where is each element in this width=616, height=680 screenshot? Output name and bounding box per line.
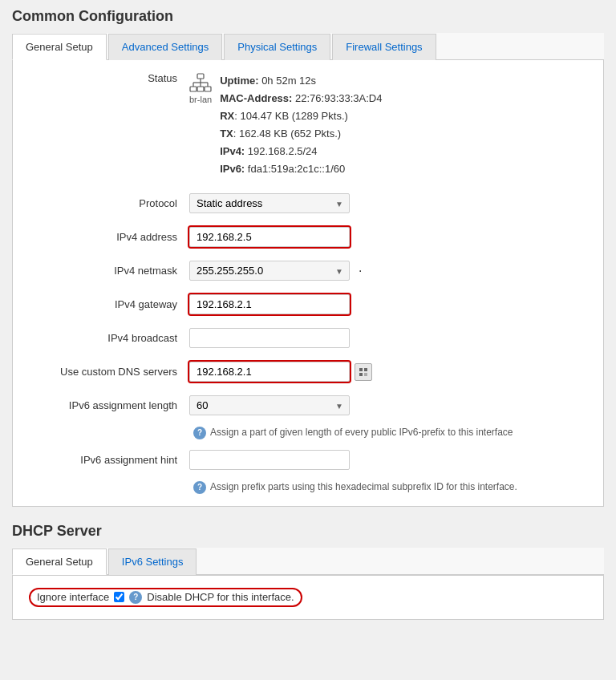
ipv4-netmask-label: IPv4 netmask <box>29 265 189 277</box>
dhcp-help-icon[interactable]: ? <box>129 591 142 604</box>
svg-rect-11 <box>359 373 363 376</box>
disable-dhcp-label: Disable DHCP for this interface. <box>147 591 294 603</box>
dns-label: Use custom DNS servers <box>29 366 189 378</box>
protocol-control: Static address ▼ <box>189 193 587 213</box>
status-row: Status br-lan Uptime: 0h 5 <box>29 72 587 179</box>
dhcp-tab-bar: General Setup IPv6 Settings <box>12 548 604 575</box>
ipv4-gateway-control <box>189 294 587 314</box>
protocol-select[interactable]: Static address <box>189 193 350 213</box>
ipv6-length-row: IPv6 assignment length 60 ▼ <box>29 393 587 419</box>
tab-advanced-settings[interactable]: Advanced Settings <box>108 34 222 60</box>
dot-marker: · <box>359 264 362 278</box>
ignore-interface-label: Ignore interface <box>37 591 109 603</box>
svg-rect-0 <box>197 74 204 79</box>
ipv4-netmask-select-wrap: 255.255.255.0 ▼ <box>189 261 350 281</box>
ipv4-netmask-control: 255.255.255.0 ▼ · <box>189 261 587 281</box>
ipv6-length-help-row: ? Assign a part of given length of every… <box>29 427 587 439</box>
tab-physical-settings[interactable]: Physical Settings <box>224 34 330 60</box>
status-icon-wrap: br-lan <box>189 72 212 104</box>
ipv4-address-control <box>189 227 587 247</box>
ipv6-length-help-icon[interactable]: ? <box>193 427 206 439</box>
main-tab-bar: General Setup Advanced Settings Physical… <box>12 33 604 60</box>
svg-rect-1 <box>190 87 197 91</box>
dns-control <box>189 362 587 382</box>
status-mac: MAC-Address: 22:76:93:33:3A:D4 <box>220 90 382 107</box>
tab-general-setup[interactable]: General Setup <box>12 34 107 60</box>
ipv4-netmask-select[interactable]: 255.255.255.0 <box>189 261 350 281</box>
ipv6-hint-control <box>189 450 587 470</box>
ipv6-hint-help-row: ? Assign prefix parts using this hexadec… <box>29 481 587 494</box>
ipv6-hint-input[interactable] <box>189 450 350 470</box>
ipv4-broadcast-row: IPv4 broadcast <box>29 326 587 351</box>
status-ipv6: IPv6: fda1:519a:2c1c::1/60 <box>220 160 382 178</box>
status-label: Status <box>29 72 189 84</box>
protocol-row: Protocol Static address ▼ <box>29 191 587 217</box>
page-title: Common Configuration <box>12 8 604 25</box>
dns-add-icon <box>358 366 369 378</box>
tab-firewall-settings[interactable]: Firewall Settings <box>332 34 436 60</box>
ipv4-address-input[interactable] <box>189 227 350 247</box>
ipv6-hint-label: IPv6 assignment hint <box>29 454 189 466</box>
ipv6-length-select-wrap: 60 ▼ <box>189 395 350 415</box>
ipv4-gateway-label: IPv4 gateway <box>29 298 189 310</box>
status-uptime: Uptime: 0h 52m 12s <box>220 72 382 90</box>
ipv4-address-label: IPv4 address <box>29 231 189 243</box>
main-content-panel: Status br-lan Uptime: 0h 5 <box>12 60 604 507</box>
svg-rect-10 <box>364 368 367 371</box>
ipv6-length-control: 60 ▼ <box>189 395 587 415</box>
dhcp-section-header: DHCP Server <box>12 523 604 540</box>
ipv4-address-row: IPv4 address <box>29 225 587 250</box>
dns-input[interactable] <box>189 362 350 382</box>
status-rx: RX: 104.47 KB (1289 Pkts.) <box>220 107 382 125</box>
ignore-interface-checkbox[interactable] <box>114 592 124 602</box>
ipv6-hint-row: IPv6 assignment hint <box>29 447 587 473</box>
status-info: Uptime: 0h 52m 12s MAC-Address: 22:76:93… <box>220 72 382 179</box>
ipv4-broadcast-control <box>189 328 587 348</box>
dns-row: Use custom DNS servers <box>29 359 587 385</box>
ipv6-hint-help-text: Assign prefix parts using this hexadecim… <box>210 481 517 492</box>
tab-dhcp-general[interactable]: General Setup <box>12 548 107 575</box>
ipv6-hint-help-icon[interactable]: ? <box>193 481 206 494</box>
status-ipv4: IPv4: 192.168.2.5/24 <box>220 143 382 160</box>
dhcp-oval-highlight: Ignore interface ? Disable DHCP for this… <box>29 588 302 607</box>
protocol-select-wrap: Static address ▼ <box>189 193 350 213</box>
status-tx: TX: 162.48 KB (652 Pkts.) <box>220 125 382 143</box>
ipv6-length-select[interactable]: 60 <box>189 395 350 415</box>
svg-rect-9 <box>359 368 363 371</box>
protocol-label: Protocol <box>29 197 189 209</box>
svg-rect-12 <box>364 373 367 376</box>
svg-rect-2 <box>197 87 204 91</box>
dns-add-button[interactable] <box>355 363 372 381</box>
ipv4-gateway-row: IPv4 gateway <box>29 292 587 318</box>
ipv4-broadcast-label: IPv4 broadcast <box>29 332 189 344</box>
ipv4-gateway-input[interactable] <box>189 294 350 314</box>
ipv6-length-help-text: Assign a part of given length of every p… <box>210 427 513 438</box>
status-iface-name: br-lan <box>189 95 212 104</box>
dhcp-content: Ignore interface ? Disable DHCP for this… <box>13 576 603 619</box>
svg-rect-3 <box>205 87 211 91</box>
ipv6-length-label: IPv6 assignment length <box>29 399 189 411</box>
network-icon <box>189 72 212 95</box>
ipv4-broadcast-input[interactable] <box>189 328 350 348</box>
dhcp-panel: Ignore interface ? Disable DHCP for this… <box>12 575 604 620</box>
tab-dhcp-ipv6[interactable]: IPv6 Settings <box>108 548 197 575</box>
dhcp-ignore-row: Ignore interface ? Disable DHCP for this… <box>29 588 587 607</box>
ipv4-netmask-row: IPv4 netmask 255.255.255.0 ▼ · <box>29 258 587 284</box>
